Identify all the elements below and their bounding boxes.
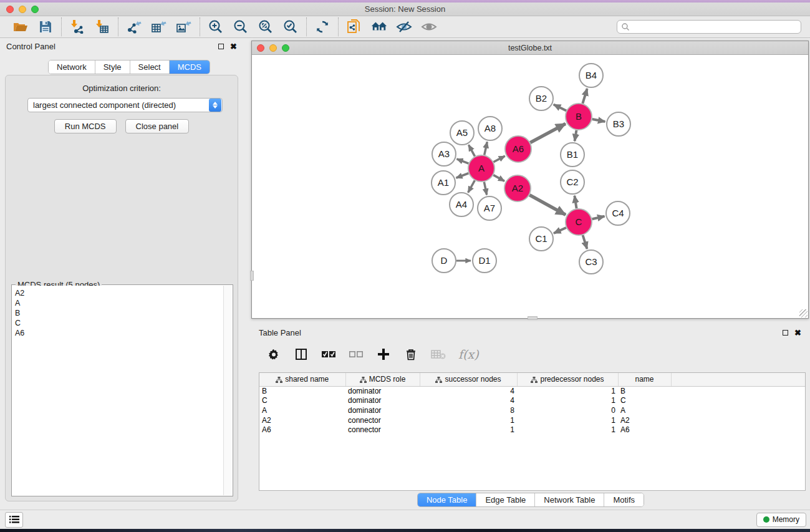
graph-edge-B-B2[interactable] — [554, 105, 566, 111]
node-table[interactable]: shared name MCDS role successor nodes pr… — [259, 372, 806, 491]
tab-motifs[interactable]: Motifs — [604, 493, 644, 506]
export-table-icon[interactable] — [151, 19, 167, 35]
graph-edge-A-A6[interactable] — [493, 156, 504, 162]
graph-edge-C-C3[interactable] — [583, 235, 587, 249]
graph-edge-A-A5[interactable] — [469, 145, 475, 156]
tab-node-table[interactable]: Node Table — [418, 493, 477, 506]
delete-table-icon — [431, 347, 446, 362]
graph-edge-B-B1[interactable] — [575, 130, 577, 142]
graph-edge-A6-B[interactable] — [530, 123, 565, 142]
zoom-selected-icon[interactable] — [282, 19, 299, 35]
close-panel-icon[interactable]: ✖ — [230, 44, 237, 49]
table-row[interactable]: Cdominator41C — [259, 396, 805, 406]
app-titlebar: Session: New Session — [0, 2, 810, 16]
mcds-result-list[interactable]: A2 A B C A6 — [12, 286, 223, 495]
column-header-name[interactable]: name — [618, 373, 671, 386]
result-item[interactable]: A — [15, 298, 221, 308]
import-table-icon[interactable] — [94, 19, 110, 35]
houses-icon[interactable] — [371, 19, 387, 35]
graph-edge-B-B4[interactable] — [582, 89, 587, 104]
save-session-icon[interactable] — [37, 19, 54, 35]
hide-eye-slash-icon[interactable] — [396, 19, 412, 35]
select-all-icon[interactable] — [321, 347, 336, 362]
graph-edge-C-C1[interactable] — [554, 228, 566, 233]
graph-edge-B-B3[interactable] — [592, 119, 605, 122]
network-canvas[interactable]: B4B2BB3A8A5A6A3B1AA1C2A2A4A7C4CC1C3DD1 — [252, 55, 808, 318]
result-item[interactable]: C — [15, 318, 221, 328]
delete-icon[interactable] — [403, 347, 418, 362]
graph-edge-A-A3[interactable] — [457, 159, 469, 163]
table-row[interactable]: Bdominator41B — [259, 386, 805, 396]
table-row[interactable]: A6connector11A6 — [259, 425, 805, 435]
graph-node-label-A2: A2 — [512, 183, 523, 193]
graph-edge-C-C4[interactable] — [592, 216, 604, 219]
tab-network-table[interactable]: Network Table — [535, 493, 604, 506]
add-icon[interactable] — [376, 347, 391, 362]
graph-node-label-C: C — [576, 216, 582, 227]
criterion-dropdown[interactable]: largest connected component (directed) — [27, 98, 223, 112]
tab-style[interactable]: Style — [95, 60, 130, 74]
tab-mcds[interactable]: MCDS — [170, 60, 210, 74]
window-title: Session: New Session — [0, 4, 810, 14]
zoom-in-icon[interactable] — [208, 19, 224, 35]
duplicate-network-icon[interactable] — [346, 19, 362, 35]
resize-grip[interactable] — [799, 309, 808, 317]
graph-node-label-A: A — [478, 163, 485, 173]
tab-edge-table[interactable]: Edge Table — [476, 493, 535, 506]
graph-node-label-A1: A1 — [438, 177, 449, 188]
graph-node-label-A8: A8 — [485, 123, 496, 133]
run-mcds-button[interactable]: Run MCDS — [54, 119, 117, 133]
float-panel-icon[interactable] — [218, 44, 224, 49]
deselect-all-icon[interactable] — [349, 347, 364, 362]
result-scrollbar[interactable] — [223, 286, 232, 495]
table-row[interactable]: Adominator80A — [259, 405, 805, 415]
export-image-icon[interactable] — [176, 19, 192, 35]
graph-edge-A-A7[interactable] — [484, 182, 486, 195]
graph-edge-A-A1[interactable] — [456, 173, 469, 178]
graph-node-label-D: D — [441, 255, 448, 266]
column-header-predecessor-nodes[interactable]: predecessor nodes — [517, 373, 618, 386]
export-network-icon[interactable] — [126, 19, 142, 35]
close-table-panel-icon[interactable]: ✖ — [794, 330, 801, 336]
control-panel-tabs: Network Style Select MCDS — [48, 60, 210, 74]
splitter-handle-left[interactable] — [250, 271, 254, 281]
column-layout-icon[interactable] — [294, 347, 309, 362]
open-session-icon[interactable] — [12, 19, 29, 35]
search-field[interactable] — [617, 20, 801, 34]
table-panel: Table Panel ✖ f(x) — [251, 324, 810, 510]
graph-edge-A-A2[interactable] — [493, 175, 504, 181]
tab-network[interactable]: Network — [49, 60, 95, 74]
graph-edge-A-A8[interactable] — [485, 142, 488, 155]
control-panel-title: Control Panel — [6, 42, 55, 51]
splitter-handle-bottom[interactable] — [528, 316, 538, 320]
graph-node-label-A5: A5 — [456, 127, 468, 138]
table-row[interactable]: A2connector11A2 — [259, 415, 805, 425]
tab-select[interactable]: Select — [130, 60, 170, 74]
result-item[interactable]: A2 — [15, 288, 221, 298]
refresh-icon[interactable] — [314, 19, 330, 35]
graph-node-label-B: B — [576, 111, 582, 122]
result-item[interactable]: B — [15, 308, 221, 318]
column-header-successor-nodes[interactable]: successor nodes — [420, 373, 517, 386]
show-eye-icon[interactable] — [421, 19, 437, 35]
memory-button[interactable]: Memory — [756, 513, 806, 527]
graph-edge-A2-C[interactable] — [529, 195, 566, 215]
zoom-fit-icon[interactable] — [258, 19, 274, 35]
status-bar: Memory — [0, 510, 810, 529]
search-input[interactable] — [630, 22, 801, 31]
graph-edge-C-C2[interactable] — [574, 196, 576, 209]
close-panel-button[interactable]: Close panel — [125, 119, 190, 133]
zoom-out-icon[interactable] — [233, 19, 249, 35]
task-history-button[interactable] — [5, 512, 23, 528]
column-header-shared-name[interactable]: shared name — [259, 373, 345, 386]
settings-gear-icon[interactable] — [266, 347, 281, 362]
graph-node-label-D1: D1 — [478, 255, 490, 266]
network-window-titlebar[interactable]: testGlobe.txt — [252, 41, 808, 55]
result-item[interactable]: A6 — [15, 328, 221, 338]
float-table-panel-icon[interactable] — [783, 330, 788, 336]
import-network-icon[interactable] — [69, 19, 85, 35]
main-toolbar — [0, 16, 810, 38]
graph-node-label-C2: C2 — [566, 177, 578, 187]
column-header-mcds-role[interactable]: MCDS role — [345, 373, 420, 386]
graph-edge-A-A4[interactable] — [468, 180, 475, 192]
